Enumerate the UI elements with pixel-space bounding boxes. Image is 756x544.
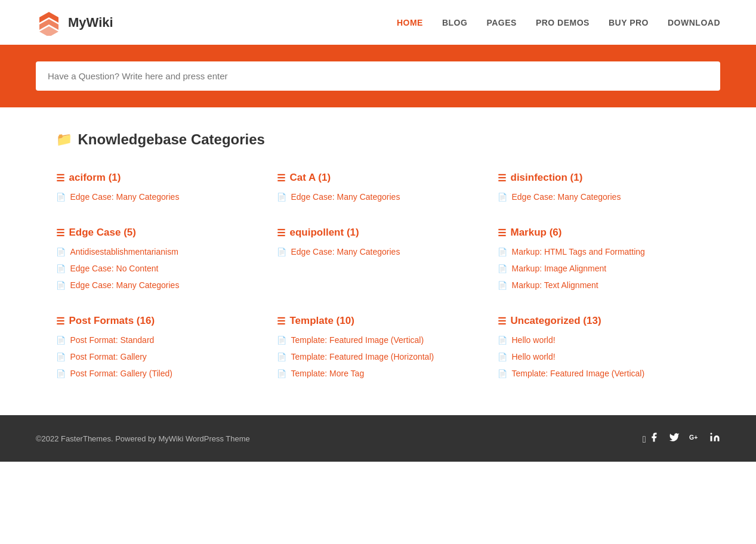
category-title-post-formats: ☰Post Formats (16): [56, 315, 259, 327]
category-link-template[interactable]: Template (10): [290, 315, 354, 327]
category-item-post-formats-0[interactable]: 📄Post Format: Standard: [56, 334, 259, 346]
doc-icon: 📄: [56, 336, 66, 345]
category-item-cat-a-0[interactable]: 📄Edge Case: Many Categories: [277, 191, 480, 203]
facebook-icon[interactable]: : [643, 432, 659, 445]
category-link-aciform[interactable]: aciform (1): [69, 172, 121, 184]
category-block-edge-case: ☰Edge Case (5)📄Antidisestablishmentarian…: [56, 227, 259, 291]
list-icon: ☰: [277, 227, 285, 239]
category-link-equipollent[interactable]: equipollent (1): [290, 227, 359, 239]
logo-icon: [36, 10, 62, 36]
category-block-uncategorized: ☰Uncategorized (13)📄Hello world!📄Hello w…: [498, 315, 701, 379]
footer-social:  G+: [643, 432, 720, 445]
category-item-uncategorized-0[interactable]: 📄Hello world!: [498, 334, 701, 346]
category-item-edge-case-0[interactable]: 📄Antidisestablishmentarianism: [56, 246, 259, 258]
category-link-edge-case[interactable]: Edge Case (5): [69, 227, 136, 239]
svg-point-4: [711, 433, 712, 435]
site-logo[interactable]: MyWiki: [36, 10, 113, 36]
category-item-template-2[interactable]: 📄Template: More Tag: [277, 367, 480, 379]
doc-icon: 📄: [56, 248, 66, 256]
category-link-cat-a[interactable]: Cat A (1): [290, 172, 331, 184]
doc-icon: 📄: [277, 336, 286, 345]
nav-blog[interactable]: BLOG: [442, 18, 467, 27]
category-item-post-formats-2[interactable]: 📄Post Format: Gallery (Tiled): [56, 367, 259, 379]
category-title-markup: ☰Markup (6): [498, 227, 701, 239]
category-link-disinfection[interactable]: disinfection (1): [511, 172, 583, 184]
category-block-post-formats: ☰Post Formats (16)📄Post Format: Standard…: [56, 315, 259, 379]
category-title-equipollent: ☰equipollent (1): [277, 227, 480, 239]
section-title: 📁 Knowledgebase Categories: [56, 131, 701, 148]
list-icon: ☰: [56, 316, 64, 327]
list-icon: ☰: [277, 172, 285, 184]
category-link-uncategorized[interactable]: Uncategorized (13): [511, 315, 601, 327]
list-icon: ☰: [56, 227, 64, 239]
nav-download[interactable]: DOWNLOAD: [668, 18, 720, 27]
category-item-edge-case-1[interactable]: 📄Edge Case: No Content: [56, 262, 259, 274]
category-item-equipollent-0[interactable]: 📄Edge Case: Many Categories: [277, 246, 480, 258]
search-input[interactable]: [36, 61, 720, 91]
svg-text:G+: G+: [689, 434, 698, 441]
google-plus-icon[interactable]: G+: [689, 432, 700, 445]
category-item-aciform-0[interactable]: 📄Edge Case: Many Categories: [56, 191, 259, 203]
doc-icon: 📄: [56, 264, 66, 273]
doc-icon: 📄: [277, 353, 286, 361]
doc-icon: 📄: [498, 193, 507, 202]
footer-copy: ©2022 FasterThemes. Powered by MyWiki Wo…: [36, 434, 250, 443]
category-item-markup-0[interactable]: 📄Markup: HTML Tags and Formatting: [498, 246, 701, 258]
main-nav: HOME BLOG PAGES PRO DEMOS BUY PRO DOWNLO…: [397, 18, 720, 27]
list-icon: ☰: [498, 172, 506, 184]
category-item-uncategorized-2[interactable]: 📄Template: Featured Image (Vertical): [498, 367, 701, 379]
category-item-disinfection-0[interactable]: 📄Edge Case: Many Categories: [498, 191, 701, 203]
doc-icon: 📄: [498, 281, 507, 290]
twitter-icon[interactable]: [669, 432, 680, 445]
category-link-markup[interactable]: Markup (6): [511, 227, 562, 239]
doc-icon: 📄: [277, 369, 286, 378]
list-icon: ☰: [498, 316, 506, 327]
doc-icon: 📄: [498, 248, 507, 256]
linkedin-icon[interactable]: [709, 432, 720, 445]
nav-pro-demos[interactable]: PRO DEMOS: [536, 18, 590, 27]
doc-icon: 📄: [498, 264, 507, 273]
nav-home[interactable]: HOME: [397, 18, 423, 27]
doc-icon: 📄: [56, 369, 66, 378]
list-icon: ☰: [277, 316, 285, 327]
category-block-cat-a: ☰Cat A (1)📄Edge Case: Many Categories: [277, 172, 480, 203]
category-block-disinfection: ☰disinfection (1)📄Edge Case: Many Catego…: [498, 172, 701, 203]
doc-icon: 📄: [277, 248, 286, 256]
categories-grid: ☰aciform (1)📄Edge Case: Many Categories☰…: [56, 172, 701, 379]
main-content: 📁 Knowledgebase Categories ☰aciform (1)📄…: [20, 107, 736, 415]
category-item-markup-1[interactable]: 📄Markup: Image Alignment: [498, 262, 701, 274]
category-block-equipollent: ☰equipollent (1)📄Edge Case: Many Categor…: [277, 227, 480, 291]
category-item-template-1[interactable]: 📄Template: Featured Image (Horizontal): [277, 351, 480, 363]
doc-icon: 📄: [498, 369, 507, 378]
doc-icon: 📄: [56, 193, 66, 202]
category-item-uncategorized-1[interactable]: 📄Hello world!: [498, 351, 701, 363]
category-item-post-formats-1[interactable]: 📄Post Format: Gallery: [56, 351, 259, 363]
doc-icon: 📄: [498, 353, 507, 361]
category-item-edge-case-2[interactable]: 📄Edge Case: Many Categories: [56, 279, 259, 291]
category-title-template: ☰Template (10): [277, 315, 480, 327]
list-icon: ☰: [498, 227, 506, 239]
category-block-template: ☰Template (10)📄Template: Featured Image …: [277, 315, 480, 379]
doc-icon: 📄: [498, 336, 507, 345]
site-footer: ©2022 FasterThemes. Powered by MyWiki Wo…: [0, 415, 756, 462]
nav-pages[interactable]: PAGES: [486, 18, 516, 27]
site-header: MyWiki HOME BLOG PAGES PRO DEMOS BUY PRO…: [0, 0, 756, 45]
category-block-aciform: ☰aciform (1)📄Edge Case: Many Categories: [56, 172, 259, 203]
folder-icon: 📁: [56, 132, 72, 147]
category-title-disinfection: ☰disinfection (1): [498, 172, 701, 184]
category-title-edge-case: ☰Edge Case (5): [56, 227, 259, 239]
category-title-cat-a: ☰Cat A (1): [277, 172, 480, 184]
doc-icon: 📄: [56, 353, 66, 361]
logo-text: MyWiki: [68, 15, 113, 30]
category-link-post-formats[interactable]: Post Formats (16): [69, 315, 155, 327]
category-title-aciform: ☰aciform (1): [56, 172, 259, 184]
nav-buy-pro[interactable]: BUY PRO: [609, 18, 649, 27]
category-title-uncategorized: ☰Uncategorized (13): [498, 315, 701, 327]
doc-icon: 📄: [56, 281, 66, 290]
category-block-markup: ☰Markup (6)📄Markup: HTML Tags and Format…: [498, 227, 701, 291]
search-section: [0, 45, 756, 107]
category-item-template-0[interactable]: 📄Template: Featured Image (Vertical): [277, 334, 480, 346]
category-item-markup-2[interactable]: 📄Markup: Text Alignment: [498, 279, 701, 291]
list-icon: ☰: [56, 172, 64, 184]
doc-icon: 📄: [277, 193, 286, 202]
